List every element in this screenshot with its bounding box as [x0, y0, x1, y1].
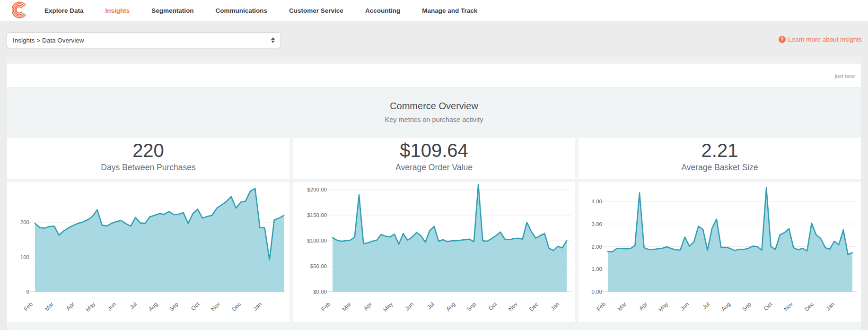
- svg-text:Jan: Jan: [550, 301, 561, 312]
- svg-text:Dec: Dec: [230, 301, 242, 313]
- question-circle-icon: ?: [779, 36, 786, 43]
- svg-text:200: 200: [20, 219, 29, 225]
- nav-item-accounting[interactable]: Accounting: [365, 7, 400, 14]
- area-chart-svg: $0.00$50.00$100.00$150.00$200.00FebMarAp…: [293, 182, 575, 322]
- svg-text:Dec: Dec: [803, 301, 815, 313]
- svg-text:May: May: [657, 301, 669, 313]
- svg-text:0.00: 0.00: [592, 289, 602, 295]
- svg-text:Apr: Apr: [638, 301, 649, 312]
- section-header: Commerce Overview Key metrics on purchas…: [7, 88, 861, 138]
- report-select[interactable]: Insights > Data Overview: [7, 32, 281, 48]
- chart-days-between-purchases: 0100200FebMarAprMayJunJulAugSepOctNovDec…: [7, 182, 289, 322]
- svg-text:Apr: Apr: [65, 301, 76, 312]
- report-toolbar: Insights > Data Overview ? Learn more ab…: [0, 21, 868, 57]
- metric-card-average-basket-size: 2.21 Average Basket Size: [579, 138, 861, 179]
- area-chart-svg: 0.001.002.003.004.00FebMarAprMayJunJulAu…: [579, 182, 861, 322]
- svg-text:$200.00: $200.00: [307, 187, 327, 192]
- page-title: Commerce Overview: [7, 101, 861, 112]
- nav-item-manage-and-track[interactable]: Manage and Track: [422, 7, 477, 14]
- svg-text:2.00: 2.00: [592, 244, 602, 250]
- nav-item-customer-service[interactable]: Customer Service: [289, 7, 343, 14]
- svg-text:Nov: Nov: [782, 301, 794, 313]
- svg-text:Mar: Mar: [616, 301, 628, 313]
- svg-text:$100.00: $100.00: [307, 238, 327, 243]
- svg-text:Dec: Dec: [528, 301, 540, 313]
- metric-label: Average Basket Size: [579, 163, 861, 173]
- status-strip: [7, 57, 861, 64]
- svg-text:$150.00: $150.00: [307, 212, 327, 218]
- svg-text:3.00: 3.00: [592, 221, 602, 227]
- svg-text:May: May: [84, 301, 96, 313]
- svg-text:Mar: Mar: [44, 301, 55, 313]
- help-link[interactable]: ? Learn more about insights: [779, 36, 862, 43]
- app-navbar: Explore Data Insights Segmentation Commu…: [0, 0, 868, 21]
- svg-text:Feb: Feb: [596, 301, 607, 313]
- nav-item-segmentation[interactable]: Segmentation: [151, 7, 193, 14]
- svg-text:4.00: 4.00: [592, 199, 602, 204]
- svg-text:Sep: Sep: [741, 301, 753, 313]
- svg-text:Oct: Oct: [190, 301, 201, 312]
- svg-text:Jun: Jun: [404, 301, 415, 312]
- svg-text:Sep: Sep: [465, 301, 477, 313]
- metric-value: $109.64: [293, 139, 575, 161]
- svg-text:1.00: 1.00: [592, 266, 602, 272]
- chart-average-basket-size: 0.001.002.003.004.00FebMarAprMayJunJulAu…: [579, 182, 861, 322]
- svg-text:Feb: Feb: [23, 301, 35, 313]
- report-content: just now Commerce Overview Key metrics o…: [7, 57, 861, 330]
- svg-text:Jan: Jan: [825, 301, 836, 312]
- svg-text:Aug: Aug: [445, 301, 456, 313]
- svg-text:100: 100: [20, 254, 29, 260]
- metric-card-days-between-purchases: 220 Days Between Purchases: [7, 138, 289, 179]
- brand-logo[interactable]: [11, 1, 30, 20]
- main-nav: Explore Data Insights Segmentation Commu…: [44, 7, 499, 14]
- nav-item-insights[interactable]: Insights: [105, 7, 130, 14]
- custora-c-icon: [12, 1, 30, 20]
- svg-text:Sep: Sep: [168, 301, 180, 313]
- svg-text:Jul: Jul: [426, 301, 436, 311]
- svg-text:Jul: Jul: [701, 301, 711, 311]
- svg-text:Aug: Aug: [147, 301, 159, 313]
- metric-label: Average Order Value: [293, 163, 575, 173]
- metric-value: 2.21: [579, 139, 861, 161]
- svg-text:Feb: Feb: [320, 301, 332, 313]
- nav-item-explore-data[interactable]: Explore Data: [44, 7, 84, 14]
- bottom-spacer: [7, 322, 861, 330]
- charts-row: 0100200FebMarAprMayJunJulAugSepOctNovDec…: [7, 182, 861, 322]
- svg-text:Jul: Jul: [128, 301, 138, 311]
- help-link-label: Learn more about insights: [788, 36, 862, 43]
- svg-text:Mar: Mar: [341, 301, 353, 313]
- nav-item-communications[interactable]: Communications: [216, 7, 268, 14]
- report-body: Commerce Overview Key metrics on purchas…: [7, 88, 861, 330]
- svg-text:$0.00: $0.00: [313, 289, 327, 295]
- metric-card-average-order-value: $109.64 Average Order Value: [293, 138, 575, 179]
- status-bar: just now: [7, 57, 861, 88]
- svg-text:Jun: Jun: [679, 301, 691, 312]
- svg-text:0: 0: [26, 289, 29, 295]
- svg-text:May: May: [382, 301, 394, 313]
- svg-text:Apr: Apr: [362, 301, 373, 312]
- svg-text:Jan: Jan: [252, 301, 263, 312]
- status-updated-text: just now: [835, 73, 855, 79]
- svg-text:Nov: Nov: [507, 301, 519, 313]
- page-subtitle: Key metrics on purchase activity: [7, 116, 861, 123]
- chart-average-order-value: $0.00$50.00$100.00$150.00$200.00FebMarAp…: [293, 182, 575, 322]
- svg-text:Oct: Oct: [763, 301, 774, 312]
- svg-text:Oct: Oct: [487, 301, 499, 312]
- metrics-row: 220 Days Between Purchases $109.64 Avera…: [7, 138, 861, 179]
- svg-text:$50.00: $50.00: [310, 263, 327, 269]
- svg-text:Nov: Nov: [210, 301, 221, 313]
- metric-label: Days Between Purchases: [7, 163, 289, 173]
- svg-text:Aug: Aug: [720, 301, 732, 313]
- area-chart-svg: 0100200FebMarAprMayJunJulAugSepOctNovDec…: [7, 182, 289, 322]
- metric-value: 220: [7, 139, 289, 161]
- svg-text:Jun: Jun: [106, 301, 118, 312]
- report-select-value: Insights > Data Overview: [13, 37, 271, 44]
- select-stepper-icon: [271, 37, 275, 43]
